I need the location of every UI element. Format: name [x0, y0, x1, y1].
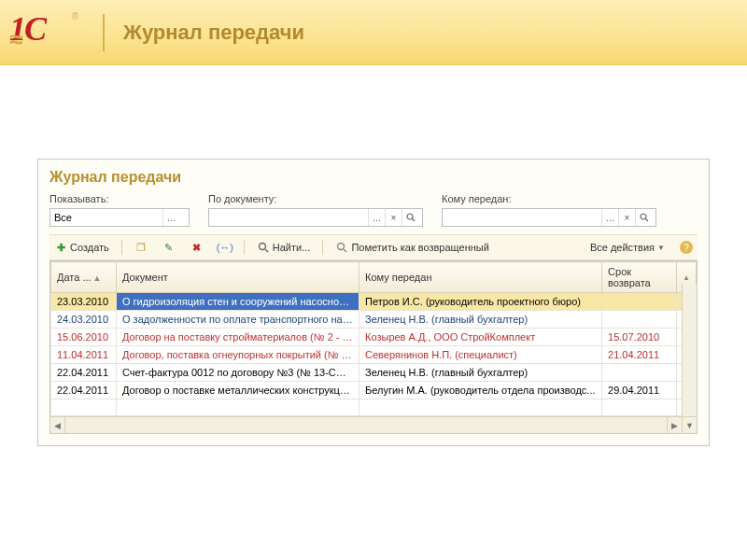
logo-1c: 1С ≈ ®: [9, 9, 84, 56]
plus-icon: ✚: [54, 241, 67, 254]
help-button[interactable]: ?: [675, 239, 698, 256]
filter-row: Показывать: … По документу: … × К: [49, 193, 698, 227]
svg-line-1: [412, 219, 415, 222]
horizontal-scrollbar[interactable]: ◀ ▶ ▼: [50, 416, 697, 433]
panel-title: Журнал передачи: [49, 169, 698, 186]
col-due[interactable]: Срок возврата: [602, 262, 677, 293]
stamp-icon: [335, 241, 348, 254]
filter-show-field[interactable]: [50, 209, 162, 226]
svg-line-3: [645, 219, 648, 222]
toolbar-separator: [322, 240, 323, 255]
mark-returned-button[interactable]: Пометить как возвращенный: [331, 239, 493, 256]
refresh-button[interactable]: (↔): [214, 239, 236, 256]
app-header: 1С ≈ ® Журнал передачи: [0, 0, 747, 65]
ellipsis-icon[interactable]: …: [368, 209, 385, 226]
table-row[interactable]: 22.04.2011Договор о поставке металлическ…: [51, 382, 697, 399]
cell-towhom: Белугин М.А. (руководитель отдела произв…: [359, 382, 602, 399]
col-date[interactable]: Дата ...▲: [51, 262, 117, 293]
all-actions-label: Все действия: [590, 242, 655, 253]
col-towhom[interactable]: Кому передан: [359, 262, 602, 293]
transfer-log-panel: Журнал передачи Показывать: … По докумен…: [37, 159, 710, 446]
search-icon[interactable]: [402, 209, 418, 226]
cell-document: О задолженности по оплате транспортного …: [117, 311, 359, 329]
filter-bydoc-field[interactable]: [209, 209, 368, 226]
col-document[interactable]: Документ: [117, 262, 359, 293]
cell-due: [602, 364, 677, 382]
svg-point-6: [338, 244, 345, 250]
cell-towhom: Козырев А.Д., ООО СтройКомплект: [359, 329, 602, 346]
cell-document: Договор на поставку стройматериалов (№ 2…: [117, 329, 359, 346]
table-row-blank: [51, 399, 697, 416]
svg-point-2: [641, 214, 646, 219]
create-button[interactable]: ✚ Создать: [49, 239, 114, 256]
ellipsis-icon[interactable]: …: [162, 209, 179, 226]
delete-icon: ✖: [190, 241, 204, 254]
cell-date: 24.03.2010: [51, 311, 117, 329]
refresh-icon: (↔): [218, 241, 232, 254]
cell-document: О гидроизоляция стен и сооружений насосн…: [117, 293, 359, 311]
cell-due: 29.04.2011: [602, 382, 677, 399]
transfer-table: Дата ...▲ Документ Кому передан Срок воз…: [50, 261, 697, 416]
cell-due: 21.04.2011: [602, 346, 677, 364]
find-button[interactable]: Найти...: [252, 239, 316, 256]
delete-button[interactable]: ✖: [186, 239, 208, 256]
cell-document: Счет-фактура 0012 по договору №3 (№ 13-С…: [117, 364, 359, 382]
cell-towhom: Зеленец Н.В. (главный бухгалтер): [359, 364, 602, 382]
scroll-left-icon[interactable]: ◀: [50, 417, 65, 433]
filter-towhom-label: Кому передан:: [442, 193, 656, 204]
table-row[interactable]: 23.03.2010О гидроизоляция стен и сооруже…: [51, 293, 697, 311]
header-divider: [103, 14, 105, 51]
sort-asc-icon: ▲: [93, 273, 102, 283]
clear-icon[interactable]: ×: [385, 209, 402, 226]
copy-icon: ❐: [134, 241, 148, 254]
svg-point-0: [407, 214, 413, 219]
copy-button[interactable]: ❐: [130, 239, 152, 256]
filter-towhom-field[interactable]: [443, 209, 601, 226]
toolbar-separator: [121, 240, 122, 255]
clear-icon[interactable]: ×: [618, 209, 635, 226]
filter-show-input[interactable]: …: [49, 208, 190, 227]
cell-due: [602, 293, 677, 311]
svg-point-4: [259, 244, 265, 250]
find-label: Найти...: [273, 242, 311, 253]
cell-towhom: Северянинов Н.П. (специалист): [359, 346, 602, 364]
svg-line-7: [344, 249, 346, 252]
table-row[interactable]: 22.04.2011Счет-фактура 0012 по договору …: [51, 364, 697, 382]
svg-line-5: [265, 249, 268, 252]
edit-button[interactable]: ✎: [158, 239, 180, 256]
ellipsis-icon[interactable]: …: [601, 209, 618, 226]
create-label: Создать: [70, 242, 109, 253]
help-icon: ?: [680, 241, 693, 254]
cell-due: [602, 311, 677, 329]
cell-towhom: Зеленец Н.В. (главный бухгалтер): [359, 311, 602, 329]
toolbar: ✚ Создать ❐ ✎ ✖ (↔) Найти... Пометить ка…: [49, 234, 698, 260]
transfer-table-wrap: Дата ...▲ Документ Кому передан Срок воз…: [49, 260, 698, 434]
table-row[interactable]: 15.06.2010Договор на поставку стройматер…: [51, 329, 697, 346]
mark-returned-label: Пометить как возвращенный: [351, 242, 488, 253]
cell-date: 15.06.2010: [51, 329, 117, 346]
vertical-scrollbar[interactable]: [682, 284, 697, 416]
pencil-icon: ✎: [162, 241, 176, 254]
cell-towhom: Петров И.С. (руководитель проектного бюр…: [359, 293, 602, 311]
toolbar-separator: [244, 240, 245, 255]
filter-bydoc-label: По документу:: [208, 193, 423, 204]
cell-date: 22.04.2011: [51, 382, 117, 399]
search-icon[interactable]: [635, 209, 652, 226]
cell-date: 23.03.2010: [51, 293, 117, 311]
all-actions-button[interactable]: Все действия ▼: [585, 240, 669, 255]
table-row[interactable]: 11.04.2011Договор, поставка огнеупорных …: [51, 346, 697, 364]
filter-towhom-input[interactable]: … ×: [442, 208, 656, 227]
table-row[interactable]: 24.03.2010О задолженности по оплате тран…: [51, 311, 697, 329]
cell-document: Договор, поставка огнеупорных покрытий (…: [117, 346, 359, 364]
scroll-right-icon[interactable]: ▶: [667, 417, 682, 433]
cell-document: Договор о поставке металлических констру…: [117, 382, 359, 399]
cell-due: 15.07.2010: [602, 329, 677, 346]
scroll-down-icon[interactable]: ▼: [682, 417, 697, 433]
filter-bydoc-input[interactable]: … ×: [208, 208, 423, 227]
page-title: Журнал передачи: [123, 21, 304, 45]
dropdown-icon: ▼: [657, 244, 665, 252]
find-icon: [257, 241, 270, 254]
filter-show-label: Показывать:: [49, 193, 190, 204]
cell-date: 22.04.2011: [51, 364, 117, 382]
cell-date: 11.04.2011: [51, 346, 117, 364]
